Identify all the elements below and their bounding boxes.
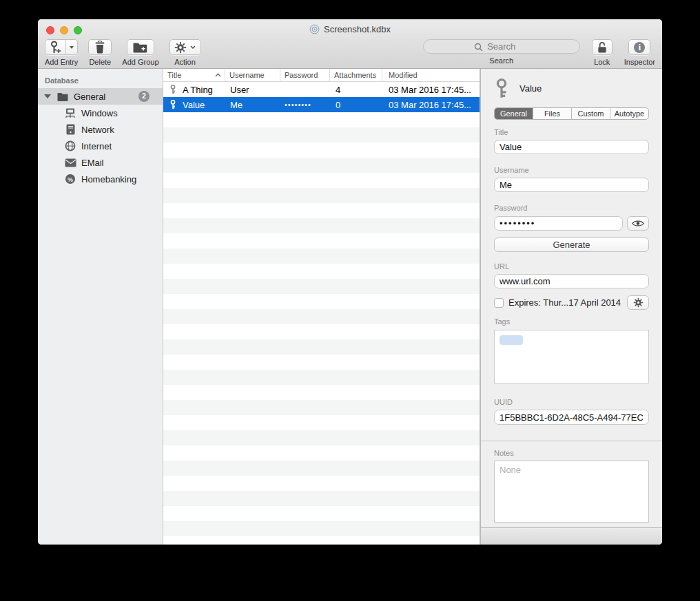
sidebar-item-homebanking[interactable]: % Homebanking	[38, 171, 163, 187]
password-field-label: Password	[494, 204, 649, 212]
cell-title: Value	[183, 100, 205, 110]
inspector-footer	[481, 527, 662, 545]
empty-row-stripes	[163, 112, 480, 545]
tab-autotype[interactable]: Autotype	[610, 108, 648, 119]
cell-attachments: 0	[330, 100, 382, 110]
delete-item: Delete	[88, 39, 112, 66]
inspector-button[interactable]: i	[628, 39, 650, 55]
sidebar-item-network[interactable]: Network	[38, 121, 163, 138]
key-icon	[169, 85, 176, 94]
table-row[interactable]: A Thing User 4 03 Mar 2016 17:45...	[163, 82, 480, 97]
expires-row: Expires: Thur...17 April 2014	[494, 295, 649, 310]
lock-label: Lock	[594, 58, 610, 66]
expires-label: Expires: Thur...17 April 2014	[508, 297, 627, 308]
url-field[interactable]	[494, 274, 649, 288]
generate-button[interactable]: Generate	[494, 238, 649, 252]
tag-token[interactable]	[500, 335, 523, 345]
divider	[481, 441, 662, 441]
window-title: Screenshot.kdbx	[324, 24, 391, 34]
key-icon	[169, 100, 176, 109]
action-button[interactable]	[169, 39, 201, 55]
inspector-header: Value	[494, 78, 649, 99]
windows-network-icon	[64, 108, 76, 118]
inspector-tabs: General Files Custom Autotype	[494, 107, 649, 120]
table-header: Title Username Password Attachments Modi…	[163, 69, 480, 82]
document-icon	[309, 24, 320, 34]
app-window: Screenshot.kdbx Add Entry	[38, 19, 662, 545]
add-entry-button[interactable]	[45, 39, 78, 55]
folder-icon	[57, 92, 68, 101]
cell-modified: 03 Mar 2016 17:45...	[382, 85, 480, 95]
folder-plus-icon	[133, 42, 147, 53]
sidebar-item-label: EMail	[81, 158, 104, 168]
search-label: Search	[489, 56, 513, 65]
expires-checkbox[interactable]	[494, 298, 504, 308]
add-entry-item: Add Entry	[45, 39, 78, 66]
svg-text:%: %	[68, 176, 73, 183]
toolbar-right-group: Search Lock i Inspector	[423, 39, 655, 66]
chevron-down-icon	[190, 45, 196, 49]
column-header-title[interactable]: Title	[163, 69, 225, 81]
disclosure-triangle-icon[interactable]	[44, 94, 51, 98]
inspector-label: Inspector	[624, 58, 655, 66]
tab-general[interactable]: General	[495, 108, 533, 119]
unlocked-padlock-icon	[597, 41, 608, 54]
search-input[interactable]	[423, 39, 580, 54]
username-field[interactable]	[494, 178, 649, 192]
uuid-field-label: UUID	[494, 398, 649, 406]
sidebar: Database General 2 Windows Network Inter…	[38, 69, 163, 545]
sidebar-item-label: Windows	[81, 108, 118, 118]
expires-settings-button[interactable]	[627, 295, 649, 310]
column-header-attachments[interactable]: Attachments	[330, 69, 382, 81]
percent-icon: %	[64, 173, 76, 184]
cell-username: Me	[225, 100, 280, 110]
sidebar-item-internet[interactable]: Internet	[38, 138, 163, 154]
add-entry-label: Add Entry	[45, 58, 78, 66]
envelope-icon	[64, 158, 76, 167]
reveal-password-button[interactable]	[627, 216, 649, 231]
add-entry-dropdown[interactable]	[65, 40, 77, 54]
title-field[interactable]	[494, 140, 649, 154]
tags-field[interactable]	[494, 330, 649, 383]
inspector-panel: Value General Files Custom Autotype Titl…	[480, 69, 662, 545]
key-icon	[494, 78, 509, 99]
password-field[interactable]	[494, 216, 623, 231]
lock-button[interactable]	[592, 39, 612, 55]
tab-custom[interactable]: Custom	[572, 108, 610, 119]
titlebar: Screenshot.kdbx	[38, 23, 662, 35]
sidebar-item-general[interactable]: General 2	[38, 88, 163, 105]
trash-icon	[94, 41, 105, 54]
username-field-label: Username	[494, 166, 649, 174]
search-item: Search	[423, 39, 580, 66]
sidebar-item-windows[interactable]: Windows	[38, 105, 163, 121]
entry-count-badge: 2	[138, 91, 150, 102]
sidebar-item-label: Network	[81, 125, 114, 135]
column-header-username[interactable]: Username	[225, 69, 280, 81]
eye-icon	[632, 220, 644, 227]
add-group-item: Add Group	[122, 39, 158, 66]
column-header-password[interactable]: Password	[280, 69, 330, 81]
add-group-button[interactable]	[127, 39, 154, 55]
inspector-item: i Inspector	[624, 39, 655, 66]
title-field-label: Title	[494, 128, 649, 136]
tab-files[interactable]: Files	[533, 108, 572, 119]
sidebar-item-label: Internet	[81, 141, 112, 151]
uuid-field[interactable]	[494, 410, 649, 425]
gear-icon	[633, 297, 644, 308]
entry-title: Value	[519, 83, 542, 94]
column-header-modified[interactable]: Modified	[382, 69, 480, 81]
table-row-selected[interactable]: Value Me •••••••• 0 03 Mar 2016 17:45...	[163, 97, 480, 112]
sidebar-item-email[interactable]: EMail	[38, 154, 163, 171]
delete-button[interactable]	[88, 39, 112, 55]
cell-title: A Thing	[183, 85, 213, 95]
action-item: Action	[169, 39, 201, 66]
notes-field[interactable]	[494, 461, 649, 523]
action-label: Action	[174, 58, 196, 66]
cell-attachments: 4	[330, 85, 382, 95]
sidebar-item-label: Homebanking	[81, 174, 136, 184]
sidebar-section-header: Database	[45, 76, 163, 85]
sort-ascending-icon	[215, 73, 221, 77]
globe-icon	[64, 140, 76, 151]
url-field-label: URL	[494, 262, 649, 271]
cell-modified: 03 Mar 2016 17:45...	[382, 100, 480, 110]
